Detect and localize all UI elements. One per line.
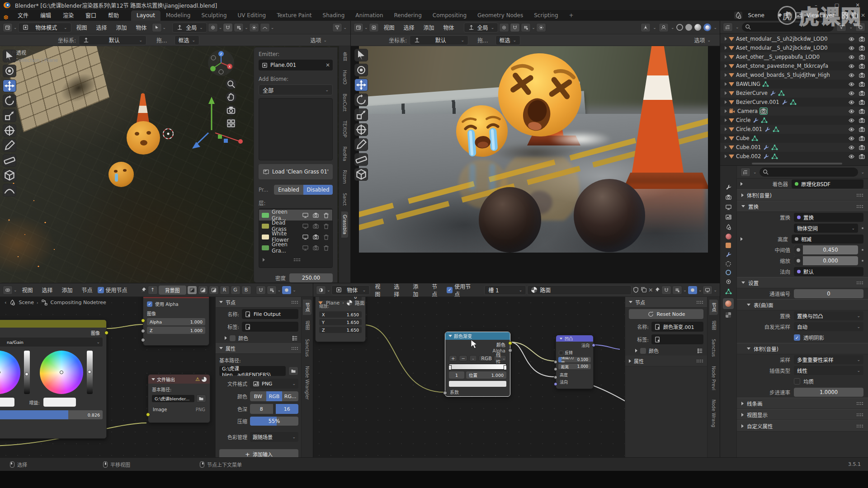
snap-magnet-icon[interactable] [510,23,520,32]
editor-type-icon[interactable] [354,23,363,32]
channel-b-button[interactable]: B [241,286,251,295]
hide-icon[interactable] [848,153,855,160]
sidebar-tab-node[interactable]: 节点 [303,300,311,315]
ramp-options-icon[interactable]: ⌄ [469,355,477,361]
outliner-scrollbar[interactable] [752,163,842,164]
snap-mode-icon[interactable] [267,286,277,295]
scene-icon[interactable] [734,12,742,19]
tab-animation[interactable]: Animation [350,10,388,21]
composite-alpha-socket[interactable] [141,329,145,333]
color-balance-header[interactable] [0,320,106,328]
distance-input-socket[interactable] [554,367,557,371]
proportional-edit-icon[interactable] [249,23,259,32]
node-name-field[interactable]: File Output [242,309,298,319]
remove-stop-button[interactable]: − [459,355,467,361]
emitter-field[interactable]: Plane.001✕ [259,60,333,70]
color-swatch[interactable] [230,335,236,341]
add-stop-button[interactable]: + [449,355,457,361]
sidebar-tab-view[interactable]: 视图 [709,318,718,333]
shader-type-select[interactable]: 物体⌄ [331,285,370,295]
outliner-row[interactable]: Aset_other__S_ueppabufa_LOD0 [720,52,868,61]
properties-section-header[interactable]: 属性 [625,356,707,366]
sidebar-tab[interactable]: RedHa [341,143,348,164]
hide-icon[interactable] [848,126,855,133]
drag-handle[interactable] [293,258,301,262]
render-visibility-icon[interactable] [859,36,865,42]
sidebar-tab-sanctus[interactable]: Sanctus [710,336,717,360]
list-item[interactable]: White Flower [259,231,332,242]
add-cube-tool-icon[interactable] [354,168,368,181]
move-tool-icon[interactable] [3,80,16,92]
viewport-left-canvas[interactable]: Z X 用户透视 (1) Collection | Plane [0,46,350,283]
hide-icon[interactable] [848,90,855,97]
color-swatch[interactable] [640,348,646,354]
sidebar-tab-sanctus[interactable]: Sanctus [304,336,311,360]
sidebar-tab-node[interactable]: 节点 [709,300,718,315]
camera-view-icon[interactable] [226,105,236,116]
height-input-socket[interactable] [554,375,557,379]
viewlayer-icon[interactable] [795,12,803,19]
delete-layer-icon[interactable] [323,223,330,230]
pin-icon[interactable] [776,12,783,19]
disabled-button[interactable]: Disabled [303,185,333,195]
midlevel-field[interactable]: 0.450 [794,245,858,254]
scale-z-field[interactable]: Z1.650 [319,327,362,333]
new-collection-icon[interactable] [855,23,865,32]
distance-field[interactable]: 距离1.000 [558,364,591,369]
overlay-toggle-icon[interactable] [282,286,292,295]
menu-window[interactable]: 窗口 [80,9,102,21]
editor-type-icon[interactable] [3,286,13,295]
load-biome-button[interactable]: Load 'Clean Grass 01' [259,164,333,179]
list-item[interactable]: Green Gra... [259,242,332,253]
scale-x-field[interactable]: X1.650 [319,311,362,318]
section-settings[interactable]: 设置 [737,277,868,288]
displacement-field[interactable]: 置换 [794,213,863,222]
normal-input-socket[interactable] [554,382,557,386]
transparent-shadow-checkbox[interactable]: ✓ [794,334,800,341]
breadcrumb-object[interactable]: Plane [326,300,340,306]
ramp-interp-select[interactable]: 线性⌄ [494,355,506,361]
compression-slider[interactable]: 55% [250,417,298,426]
alpha-output-socket[interactable] [508,348,512,352]
render-visibility-icon[interactable] [859,126,865,133]
tab-compositing[interactable]: Compositing [427,10,472,21]
color-output-socket[interactable] [508,341,512,345]
outliner-row[interactable]: Aset_stone_pavestone_M_tkkrcayfa [720,61,868,70]
proportional-falloff-icon[interactable] [260,23,270,32]
snap-settings-icon[interactable] [234,23,244,32]
sidebar-tab-grassblade[interactable]: Grassbla [341,211,348,238]
proportional-edit-icon[interactable] [536,23,546,32]
use-nodes-checkbox[interactable]: ✓ [98,287,104,293]
depth-16-button[interactable]: 16 [276,404,299,414]
menu-node[interactable]: 节点 [78,285,97,295]
menu-object[interactable]: 物体 [132,22,151,33]
composite-image-socket[interactable] [141,319,145,323]
pan-hand-icon[interactable] [226,92,236,103]
sidebar-tab-node-wrangler[interactable]: Node Wrangler [304,363,311,403]
interpolation-select[interactable]: 线性⌄ [794,366,863,375]
fac-input-socket[interactable] [443,391,447,395]
scale-tool-icon[interactable] [354,108,368,121]
view-object-types-icon[interactable] [332,23,342,32]
section-volume2[interactable]: 体积(音量) [737,343,868,354]
snap-magnet-icon[interactable] [223,23,233,32]
tab-object-icon[interactable] [726,243,731,248]
menu-select[interactable]: 选择 [390,281,408,299]
viewport-toggle-icon[interactable] [302,234,309,240]
height-field[interactable]: 相减 [792,235,863,244]
normal-output-socket[interactable] [592,343,595,347]
outliner-row[interactable]: Aset_wood_boards_S_tlujdjthw_High [720,70,868,80]
menu-render[interactable]: 渲染 [57,9,80,21]
tab-modifiers-icon[interactable] [725,251,732,258]
scale-field[interactable]: 0.000 [794,256,858,265]
outliner-row[interactable]: Cube.002 [720,152,868,161]
format-select[interactable]: PNG⌄ [250,379,298,389]
annotate-tool-icon[interactable] [3,139,16,152]
render-visibility-icon[interactable] [859,72,865,79]
tab-rendering[interactable]: Rendering [389,10,427,21]
sidebar-tab[interactable]: Sanct [341,190,348,209]
shading-solid-icon[interactable] [685,24,692,31]
sidebar-tab[interactable]: HardO [341,67,348,88]
tab-texture-icon[interactable] [726,312,731,318]
invert-checkbox[interactable] [559,351,563,355]
